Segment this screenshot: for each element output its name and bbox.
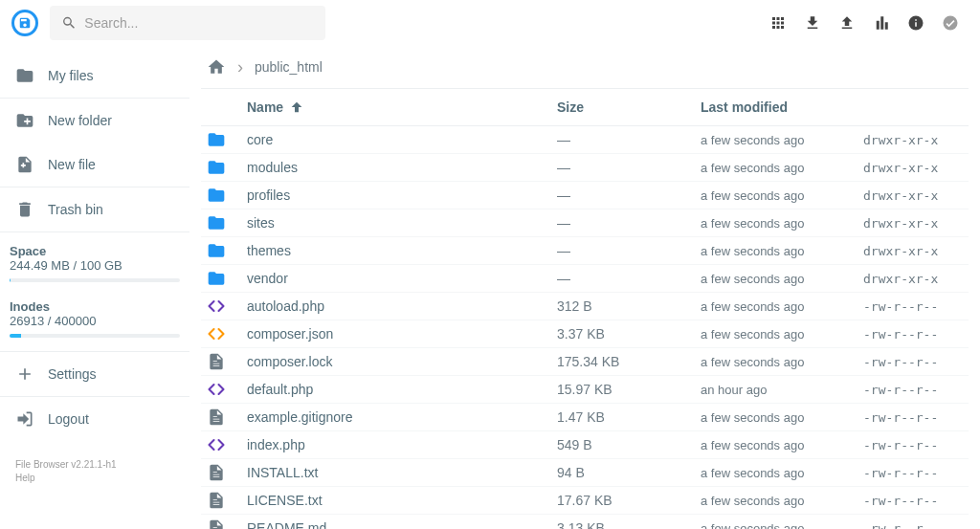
file-size: — <box>557 187 701 203</box>
table-row[interactable]: index.php549 Ba few seconds ago-rw-r--r-… <box>201 431 969 459</box>
info-icon[interactable] <box>907 14 924 32</box>
folder-icon <box>207 213 226 232</box>
inodes-stats: Inodes 26913 / 400000 <box>0 288 189 343</box>
sidebar-my-files[interactable]: My files <box>0 54 189 98</box>
table-row[interactable]: autoload.php312 Ba few seconds ago-rw-r-… <box>201 293 969 320</box>
breadcrumb-current[interactable]: public_html <box>255 59 323 75</box>
stats-icon[interactable] <box>873 14 890 32</box>
table-row[interactable]: example.gitignore1.47 KBa few seconds ag… <box>201 404 969 431</box>
file-size: 1.47 KB <box>557 409 701 425</box>
table-row[interactable]: modules—a few seconds agodrwxr-xr-x <box>201 154 969 182</box>
file-permissions: -rw-r--r-- <box>863 383 969 397</box>
table-row[interactable]: profiles—a few seconds agodrwxr-xr-x <box>201 182 969 209</box>
file-name: sites <box>247 215 557 231</box>
file-icon <box>207 408 226 427</box>
file-name: profiles <box>247 187 557 203</box>
sort-by-name[interactable]: Name <box>247 99 557 115</box>
sidebar-new-folder[interactable]: New folder <box>0 99 189 143</box>
file-name: modules <box>247 160 557 175</box>
table-header: Name Size Last modified <box>201 88 969 126</box>
code-alt-icon <box>207 324 226 343</box>
table-row[interactable]: INSTALL.txt94 Ba few seconds ago-rw-r--r… <box>201 459 969 487</box>
folder-icon <box>207 241 226 260</box>
file-permissions: -rw-r--r-- <box>863 438 969 452</box>
logout-icon <box>15 409 34 429</box>
file-size: — <box>557 215 701 231</box>
app-logo[interactable] <box>11 10 38 36</box>
table-row[interactable]: composer.json3.37 KBa few seconds ago-rw… <box>201 320 969 348</box>
table-row[interactable]: core—a few seconds agodrwxr-xr-x <box>201 126 969 154</box>
file-size: 3.13 KB <box>557 520 701 529</box>
view-grid-icon[interactable] <box>769 14 787 32</box>
file-permissions: -rw-r--r-- <box>863 410 969 425</box>
sidebar-trash[interactable]: Trash bin <box>0 187 189 231</box>
search-input[interactable] <box>84 15 314 31</box>
file-modified: a few seconds ago <box>701 216 863 231</box>
file-name: example.gitignore <box>247 409 557 425</box>
sidebar-settings[interactable]: Settings <box>0 352 189 396</box>
file-modified: a few seconds ago <box>701 355 863 369</box>
sidebar-logout[interactable]: Logout <box>0 397 189 441</box>
table-row[interactable]: LICENSE.txt17.67 KBa few seconds ago-rw-… <box>201 487 969 515</box>
table-row[interactable]: themes—a few seconds agodrwxr-xr-x <box>201 237 969 265</box>
file-name: INSTALL.txt <box>247 465 557 480</box>
check-icon[interactable] <box>942 14 959 32</box>
file-size: — <box>557 132 701 147</box>
chevron-right-icon: › <box>237 57 243 77</box>
version-text: File Browser v2.21.1-h1 <box>15 458 174 472</box>
file-size: 15.97 KB <box>557 382 701 397</box>
sidebar-item-label: New file <box>48 157 96 172</box>
file-permissions: drwxr-xr-x <box>863 244 969 258</box>
table-row[interactable]: sites—a few seconds agodrwxr-xr-x <box>201 209 969 237</box>
trash-icon <box>15 200 34 219</box>
sidebar-item-label: Logout <box>48 411 89 427</box>
file-icon <box>207 491 226 510</box>
file-name: autoload.php <box>247 298 557 314</box>
breadcrumb: › public_html <box>201 46 969 88</box>
file-size: 17.67 KB <box>557 493 701 508</box>
file-name: index.php <box>247 437 557 452</box>
file-name: core <box>247 132 557 147</box>
file-modified: a few seconds ago <box>701 438 863 452</box>
sidebar-new-file[interactable]: New file <box>0 143 189 187</box>
table-row[interactable]: default.php15.97 KBan hour ago-rw-r--r-- <box>201 376 969 404</box>
file-modified: a few seconds ago <box>701 133 863 147</box>
code-icon <box>207 297 226 316</box>
sidebar-item-label: New folder <box>48 113 112 128</box>
file-permissions: drwxr-xr-x <box>863 133 969 147</box>
home-icon[interactable] <box>207 57 226 77</box>
folder-icon <box>207 186 226 205</box>
file-permissions: -rw-r--r-- <box>863 521 969 530</box>
file-modified: a few seconds ago <box>701 272 863 286</box>
code-icon <box>207 380 226 399</box>
sort-by-size[interactable]: Size <box>557 99 701 115</box>
file-permissions: -rw-r--r-- <box>863 494 969 508</box>
table-row[interactable]: vendor—a few seconds agodrwxr-xr-x <box>201 265 969 293</box>
search-box[interactable] <box>50 6 325 40</box>
new-file-icon <box>15 155 34 174</box>
table-row[interactable]: composer.lock175.34 KBa few seconds ago-… <box>201 348 969 376</box>
file-name: vendor <box>247 271 557 286</box>
file-modified: a few seconds ago <box>701 521 863 530</box>
file-permissions: -rw-r--r-- <box>863 355 969 369</box>
sidebar-item-label: Settings <box>48 366 97 382</box>
file-size: 312 B <box>557 298 701 314</box>
folder-icon <box>207 130 226 149</box>
file-icon <box>207 463 226 482</box>
file-size: 3.37 KB <box>557 326 701 342</box>
upload-icon[interactable] <box>838 14 856 32</box>
file-modified: a few seconds ago <box>701 244 863 258</box>
file-name: README.md <box>247 520 557 529</box>
settings-icon <box>15 364 34 384</box>
sidebar-item-label: My files <box>48 68 93 83</box>
file-size: — <box>557 271 701 286</box>
file-modified: an hour ago <box>701 383 863 397</box>
table-row[interactable]: README.md3.13 KBa few seconds ago-rw-r--… <box>201 515 969 529</box>
file-permissions: drwxr-xr-x <box>863 272 969 286</box>
help-link[interactable]: Help <box>15 472 174 485</box>
file-size: 549 B <box>557 437 701 452</box>
file-icon <box>207 518 226 529</box>
download-icon[interactable] <box>804 14 821 32</box>
search-icon <box>61 14 77 32</box>
sort-by-modified[interactable]: Last modified <box>701 99 863 115</box>
